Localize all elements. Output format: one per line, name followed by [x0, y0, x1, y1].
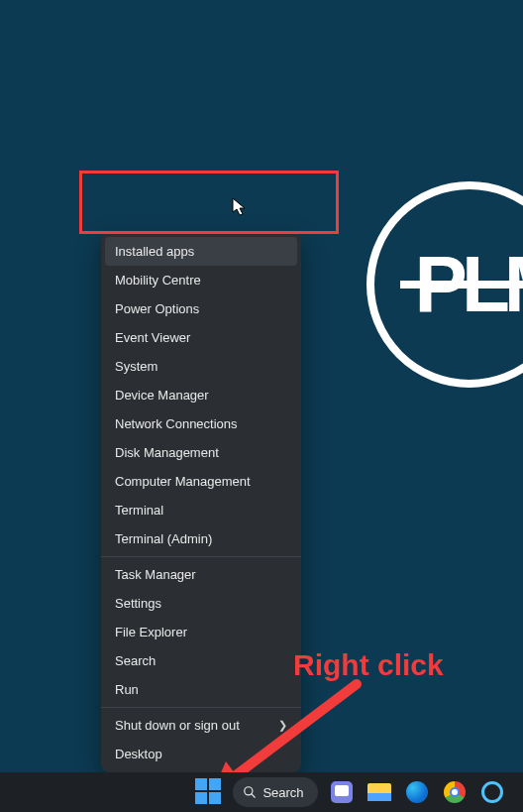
- taskbar-search[interactable]: Search: [233, 777, 317, 807]
- search-label: Search: [262, 785, 303, 800]
- menu-item-device-manager[interactable]: Device Manager: [101, 381, 301, 409]
- menu-item-network-connections[interactable]: Network Connections: [101, 409, 301, 438]
- annotation-text: Right click: [293, 648, 444, 682]
- menu-item-label: Shut down or sign out: [115, 718, 240, 733]
- menu-separator: [101, 707, 301, 708]
- menu-item-run[interactable]: Run: [101, 675, 301, 704]
- taskbar-chat-icon[interactable]: [328, 778, 356, 806]
- menu-item-label: Installed apps: [115, 244, 194, 259]
- menu-item-terminal-admin[interactable]: Terminal (Admin): [101, 524, 301, 553]
- menu-item-power-options[interactable]: Power Options: [101, 294, 301, 323]
- start-button[interactable]: [195, 778, 223, 806]
- menu-item-label: Settings: [115, 596, 161, 611]
- cursor-icon: [232, 197, 248, 217]
- taskbar-file-explorer-icon[interactable]: [366, 778, 393, 806]
- menu-item-label: Task Manager: [115, 567, 196, 582]
- menu-item-computer-management[interactable]: Computer Management: [101, 467, 301, 496]
- winx-context-menu: Installed apps Mobility Centre Power Opt…: [101, 233, 301, 772]
- menu-item-label: Mobility Centre: [115, 273, 201, 288]
- chevron-right-icon: ❯: [278, 719, 287, 732]
- menu-item-terminal[interactable]: Terminal: [101, 496, 301, 524]
- menu-item-installed-apps[interactable]: Installed apps: [105, 237, 297, 266]
- annotation-highlight-box: [79, 171, 339, 234]
- desktop-logo: PLM: [366, 181, 523, 388]
- menu-item-label: Power Options: [115, 301, 199, 316]
- menu-item-search[interactable]: Search: [101, 646, 301, 675]
- menu-item-label: System: [115, 359, 157, 374]
- menu-item-label: File Explorer: [115, 625, 187, 639]
- menu-item-label: Computer Management: [115, 474, 251, 489]
- menu-item-desktop[interactable]: Desktop: [101, 740, 301, 768]
- menu-item-label: Event Viewer: [115, 330, 190, 345]
- taskbar-settings-icon[interactable]: [478, 778, 506, 806]
- menu-item-label: Desktop: [115, 747, 162, 761]
- taskbar: Search: [0, 772, 523, 812]
- search-icon: [243, 785, 257, 799]
- taskbar-edge-icon[interactable]: [403, 778, 431, 806]
- menu-item-disk-management[interactable]: Disk Management: [101, 438, 301, 467]
- menu-separator: [101, 556, 301, 557]
- taskbar-chrome-icon[interactable]: [441, 778, 469, 806]
- menu-item-label: Terminal: [115, 503, 163, 518]
- menu-item-file-explorer[interactable]: File Explorer: [101, 618, 301, 646]
- menu-item-shutdown-signout[interactable]: Shut down or sign out ❯: [101, 711, 301, 740]
- menu-item-settings[interactable]: Settings: [101, 589, 301, 618]
- menu-item-label: Disk Management: [115, 445, 219, 460]
- menu-item-mobility-centre[interactable]: Mobility Centre: [101, 266, 301, 294]
- menu-item-system[interactable]: System: [101, 352, 301, 381]
- menu-item-label: Search: [115, 653, 156, 668]
- menu-item-label: Network Connections: [115, 416, 238, 431]
- svg-line-4: [252, 794, 256, 798]
- svg-marker-0: [233, 198, 245, 215]
- menu-item-label: Terminal (Admin): [115, 531, 212, 546]
- menu-item-label: Device Manager: [115, 388, 209, 403]
- menu-item-event-viewer[interactable]: Event Viewer: [101, 323, 301, 352]
- menu-item-label: Run: [115, 682, 139, 697]
- menu-item-task-manager[interactable]: Task Manager: [101, 560, 301, 589]
